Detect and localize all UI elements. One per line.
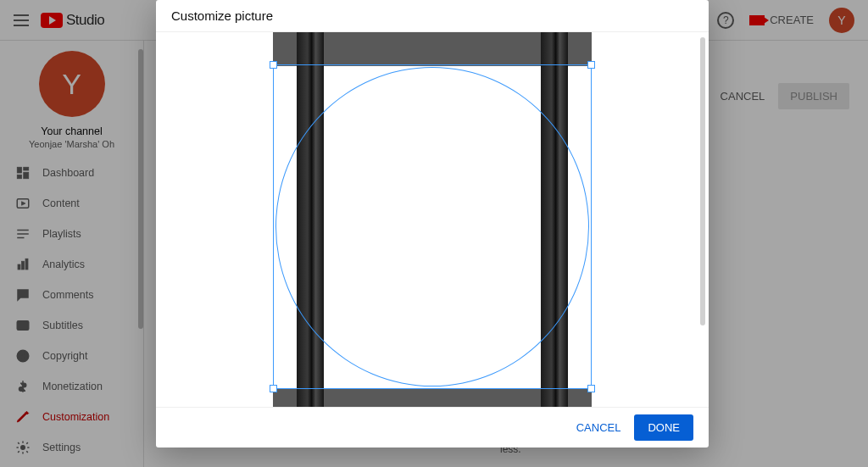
crop-circle-guide: [275, 67, 589, 386]
modal-body: [156, 32, 709, 407]
crop-handle-bottom-left[interactable]: [270, 385, 277, 392]
modal-done-button[interactable]: DONE: [634, 414, 693, 441]
crop-handle-top-left[interactable]: [270, 61, 277, 69]
modal-footer: CANCEL DONE: [156, 407, 709, 448]
crop-preview[interactable]: [273, 32, 592, 407]
crop-rectangle[interactable]: [273, 64, 592, 389]
customize-picture-modal: Customize picture CANCEL DONE: [156, 0, 709, 448]
modal-cancel-button[interactable]: CANCEL: [576, 421, 621, 434]
crop-handle-bottom-right[interactable]: [587, 385, 595, 392]
modal-title: Customize picture: [156, 0, 709, 32]
crop-handle-top-right[interactable]: [587, 61, 595, 69]
modal-scrollbar[interactable]: [700, 37, 705, 325]
